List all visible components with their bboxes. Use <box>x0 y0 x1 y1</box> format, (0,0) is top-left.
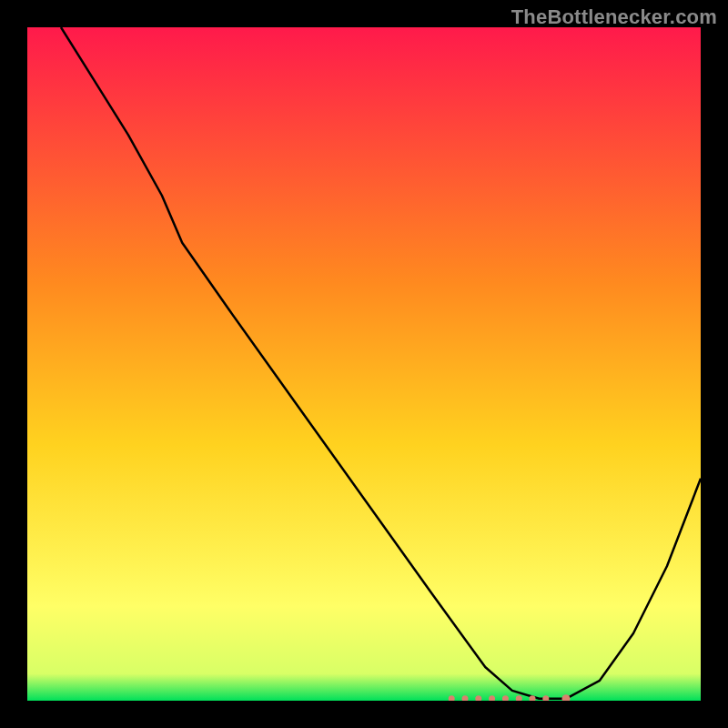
chart-container: TheBottlenecker.com <box>0 0 728 728</box>
gradient-background <box>27 27 701 701</box>
plot-area <box>27 27 701 701</box>
attribution-label: TheBottlenecker.com <box>511 5 717 29</box>
chart-svg <box>27 27 701 701</box>
